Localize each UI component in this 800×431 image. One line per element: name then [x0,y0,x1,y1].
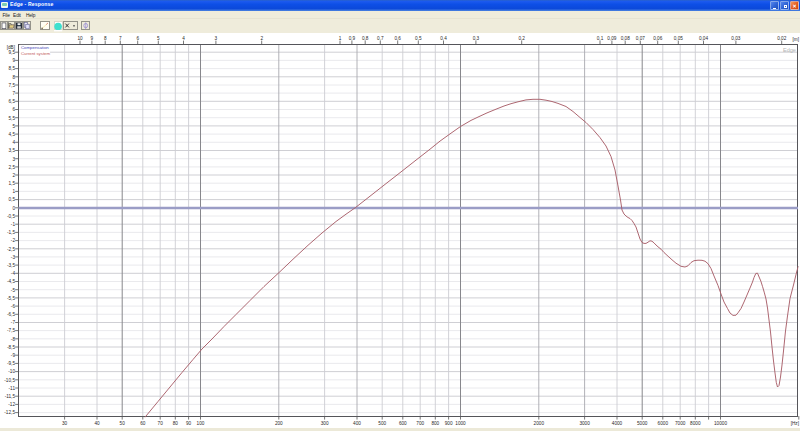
svg-text:3,5: 3,5 [8,148,15,153]
svg-text:3: 3 [12,157,15,162]
svg-text:7000: 7000 [675,421,686,426]
svg-text:8,5: 8,5 [8,66,15,71]
svg-text:-12: -12 [8,402,15,407]
svg-text:9: 9 [91,36,94,41]
svg-text:400: 400 [353,421,361,426]
svg-text:0,5: 0,5 [8,197,15,202]
svg-text:1: 1 [12,189,15,194]
svg-text:-3,5: -3,5 [7,263,15,268]
svg-text:0,7: 0,7 [377,36,384,41]
svg-text:0: 0 [12,206,15,211]
svg-text:-4: -4 [11,271,16,276]
svg-text:1: 1 [339,36,342,41]
svg-text:1000: 1000 [455,421,466,426]
svg-text:-8,5: -8,5 [7,345,15,350]
svg-text:7: 7 [119,36,122,41]
svg-text:-8: -8 [11,337,16,342]
svg-text:80: 80 [173,421,179,426]
svg-text:-2,5: -2,5 [7,247,15,252]
svg-text:600: 600 [399,421,407,426]
svg-text:1,5: 1,5 [8,181,15,186]
svg-text:6: 6 [12,107,15,112]
svg-text:5: 5 [157,36,160,41]
svg-text:[dB]: [dB] [7,45,15,50]
svg-text:9,5: 9,5 [8,50,15,55]
svg-text:3000: 3000 [579,421,590,426]
svg-text:0,1: 0,1 [597,36,604,41]
svg-text:500: 500 [378,421,386,426]
svg-text:2: 2 [12,173,15,178]
svg-text:2000: 2000 [534,421,545,426]
svg-text:700: 700 [416,421,424,426]
svg-text:-11,5: -11,5 [5,394,16,399]
svg-text:0,8: 0,8 [362,36,369,41]
svg-text:6,5: 6,5 [8,99,15,104]
svg-text:-1: -1 [11,222,16,227]
svg-text:0,09: 0,09 [607,36,617,41]
svg-text:-2: -2 [11,238,16,243]
svg-text:-1,5: -1,5 [7,230,15,235]
svg-text:8000: 8000 [690,421,701,426]
svg-text:-10,5: -10,5 [4,378,15,383]
svg-text:-5: -5 [11,288,16,293]
svg-text:100: 100 [197,421,205,426]
svg-text:7: 7 [12,91,15,96]
svg-text:6: 6 [136,36,139,41]
svg-text:800: 800 [431,421,439,426]
svg-text:6000: 6000 [658,421,669,426]
svg-text:0,05: 0,05 [674,36,684,41]
svg-text:9: 9 [12,58,15,63]
svg-text:0,2: 0,2 [518,36,525,41]
svg-text:2,5: 2,5 [8,165,15,170]
svg-text:-6: -6 [11,304,16,309]
svg-text:0,6: 0,6 [394,36,401,41]
svg-text:5: 5 [12,124,15,129]
svg-text:Edge: Edge [783,47,796,53]
svg-text:0,9: 0,9 [349,36,356,41]
svg-text:0,02: 0,02 [777,36,787,41]
svg-text:-12,5: -12,5 [4,410,15,415]
svg-text:0,04: 0,04 [699,36,709,41]
svg-text:-7,5: -7,5 [7,328,15,333]
svg-text:200: 200 [275,421,283,426]
svg-text:8: 8 [12,75,15,80]
svg-text:0,5: 0,5 [415,36,422,41]
svg-text:4,5: 4,5 [8,132,15,137]
svg-text:Current system: Current system [21,51,50,56]
svg-text:-6,5: -6,5 [7,312,15,317]
svg-text:-0,5: -0,5 [7,214,15,219]
svg-text:[m]: [m] [792,37,799,42]
svg-text:-3: -3 [11,255,16,260]
svg-text:-9,5: -9,5 [7,361,15,366]
svg-text:5,5: 5,5 [8,116,15,121]
svg-text:-10: -10 [8,369,15,374]
svg-text:30: 30 [62,421,68,426]
svg-text:10000: 10000 [714,421,727,426]
svg-text:50: 50 [120,421,126,426]
svg-text:0,06: 0,06 [653,36,663,41]
svg-text:-9: -9 [11,353,16,358]
svg-text:-7: -7 [11,320,16,325]
svg-text:90: 90 [186,421,192,426]
svg-text:4: 4 [182,36,185,41]
svg-text:-11: -11 [9,386,16,391]
svg-text:60: 60 [140,421,146,426]
svg-text:-5,5: -5,5 [7,296,15,301]
svg-text:0,03: 0,03 [731,36,741,41]
svg-text:70: 70 [158,421,164,426]
svg-text:2: 2 [260,36,263,41]
svg-text:0,07: 0,07 [636,36,646,41]
svg-text:0,08: 0,08 [621,36,631,41]
svg-text:300: 300 [321,421,329,426]
svg-text:900: 900 [445,421,453,426]
svg-text:10: 10 [77,36,83,41]
svg-text:4: 4 [12,140,15,145]
svg-text:0,4: 0,4 [440,36,447,41]
svg-text:Compensation: Compensation [21,45,49,50]
svg-text:0,3: 0,3 [473,36,480,41]
svg-text:8: 8 [104,36,107,41]
svg-text:7,5: 7,5 [8,83,15,88]
svg-text:5000: 5000 [637,421,648,426]
svg-text:-4,5: -4,5 [7,279,15,284]
svg-text:3: 3 [215,36,218,41]
